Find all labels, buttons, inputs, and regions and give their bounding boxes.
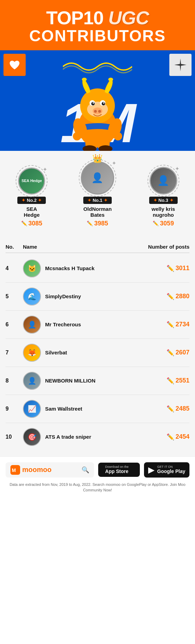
col-header-no: No. [6,244,23,250]
heart-icon [8,59,21,71]
row-rank-6: 6 [6,321,23,328]
row-rank-9: 9 [6,406,23,412]
moomoo-logo[interactable]: M moomoo 🔍 [6,462,94,478]
row-6-username: Mr Trecherous [45,321,81,328]
first-name: OldNormanBates [83,206,112,218]
row-rank-4: 4 [6,265,23,272]
appstore-button[interactable]: Download on the App Store [98,463,140,477]
table-row: 6 👤 Mr Trecherous ✏️ 2734 [6,311,189,339]
svg-point-12 [94,110,97,113]
svg-text:M: M [12,467,16,473]
footer-top: M moomoo 🔍 Download on the App Store ▶ G… [6,462,189,478]
appstore-small-text: Download on the [105,465,129,469]
row-5-score-text: 2880 [176,293,189,300]
hero-banner: 1M [0,50,195,151]
wave-svg [63,56,132,74]
row-8-name-area: 👤 NEWBORN MILLION [23,372,144,390]
row-7-name-area: 🦊 Silverbat [23,344,144,362]
table-row: 10 🎯 ATS A trade sniper ✏️ 2454 [6,423,189,451]
moomoo-search-icon[interactable]: 🔍 [82,466,89,474]
top3-first-place: 👑 👤 ✦ ✦ No.1 ✦ OldNormanBates ✏️ 3985 [81,161,114,227]
row-rank-5: 5 [6,293,23,300]
first-rank-badge: ✦ No.1 ✦ [83,197,112,204]
row-10-username: ATS A trade sniper [45,433,91,440]
first-score-text: 3985 [94,220,108,227]
table-section: No. Name Number of posts 4 🐱 Mcsnacks H … [0,238,195,456]
col-header-posts: Number of posts [144,244,189,250]
hero-icons-row [0,50,195,76]
appstore-text: Download on the App Store [105,465,129,474]
second-name: SEAHedge [24,206,40,218]
star-icon-box [169,54,192,76]
top3-container: SEA Hedge ✦ ✦ No.2 ✦ SEAHedge ✏️ 3085 👑 [0,154,195,231]
svg-point-9 [93,102,94,104]
row-8-pencil: ✏️ [167,377,174,385]
third-badge-plus-left: ✦ [153,198,157,203]
third-avatar-wrapper: 👤 ✦ [150,167,177,195]
row-9-pencil: ✏️ [167,405,174,413]
second-badge-plus-right: ✦ [38,198,42,203]
googleplay-text: GET IT ON Google Play [157,465,185,474]
row-4-avatar: 🐱 [23,259,41,277]
top3-third-place: 👤 ✦ ✦ No.3 ✦ welly krisnugroho ✏️ 3059 [149,167,178,227]
row-rank-10: 10 [6,434,23,440]
moomoo-logo-text: moomoo [22,466,51,474]
row-9-score-text: 2485 [176,405,189,412]
row-7-score-text: 2607 [176,349,189,356]
googleplay-button[interactable]: ▶ GET IT ON Google Play [144,462,189,478]
col-header-name: Name [23,244,144,250]
top3-second-place: SEA Hedge ✦ ✦ No.2 ✦ SEAHedge ✏️ 3085 [17,168,46,227]
googleplay-small-text: GET IT ON [157,465,185,469]
table-row: 5 🌊 SimplyDestiny ✏️ 2880 [6,283,189,311]
table-header: No. Name Number of posts [6,241,189,253]
row-9-score: ✏️ 2485 [144,405,189,413]
second-pencil-icon: ✏️ [21,221,27,226]
third-rank-text: No.3 [159,198,168,203]
row-10-pencil: ✏️ [167,433,174,441]
heart-icon-box [3,54,26,76]
svg-point-3 [108,78,113,81]
row-6-score: ✏️ 2734 [144,321,189,328]
second-rank-badge: ✦ No.2 ✦ [17,197,46,204]
footer-section: M moomoo 🔍 Download on the App Store ▶ G… [0,456,195,499]
googleplay-icon: ▶ [148,465,154,475]
row-10-score-text: 2454 [176,433,189,440]
sparkle-star-icon [173,58,187,72]
first-score: ✏️ 3985 [87,220,108,227]
table-row: 7 🦊 Silverbat ✏️ 2607 [6,339,189,367]
row-4-score-text: 3011 [176,265,189,272]
svg-point-15 [73,132,81,140]
row-10-score: ✏️ 2454 [144,433,189,441]
second-score: ✏️ 3085 [21,220,42,227]
row-8-username: NEWBORN MILLION [45,377,95,384]
row-9-username: Sam Wallstreet [45,405,82,412]
row-4-pencil: ✏️ [167,265,174,272]
first-orbit-ring [79,159,116,197]
row-7-username: Silverbat [45,349,67,356]
svg-point-2 [82,78,87,81]
row-4-score: ✏️ 3011 [144,265,189,272]
row-6-score-text: 2734 [176,321,189,328]
table-row: 8 👤 NEWBORN MILLION ✏️ 2551 [6,367,189,395]
row-5-score: ✏️ 2880 [144,293,189,300]
svg-point-17 [114,132,122,140]
row-5-avatar: 🌊 [23,287,41,306]
row-10-name-area: 🎯 ATS A trade sniper [23,428,144,446]
row-9-avatar: 📈 [23,400,41,418]
googleplay-big-text: Google Play [157,469,185,474]
second-sparkle-icon: ✦ [43,166,47,173]
row-8-score: ✏️ 2551 [144,377,189,385]
row-8-avatar: 👤 [23,372,41,390]
first-sparkle-icon: ✦ [112,160,116,166]
row-6-avatar: 👤 [23,316,41,334]
third-score: ✏️ 3059 [153,220,174,227]
table-row: 9 📈 Sam Wallstreet ✏️ 2485 [6,395,189,423]
row-4-name-area: 🐱 Mcsnacks H Tupack [23,259,144,277]
first-avatar-wrapper: 👑 👤 ✦ [81,161,114,195]
appstore-big-text: App Store [105,469,129,474]
row-6-pencil: ✏️ [167,321,174,328]
contributors-text: CONTRIBUTORS [7,27,188,45]
ugc-text: UGC [108,7,149,28]
svg-point-13 [98,110,101,113]
row-5-pencil: ✏️ [167,293,174,300]
